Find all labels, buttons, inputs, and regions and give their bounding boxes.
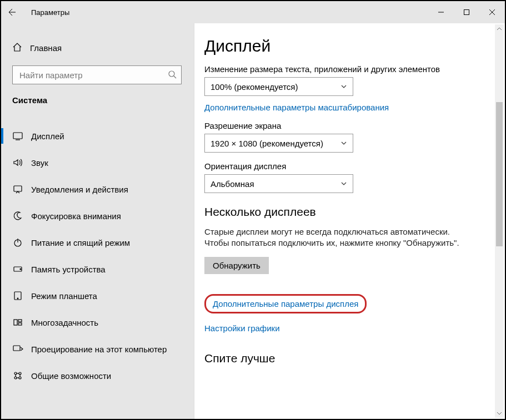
svg-rect-1 <box>464 10 469 15</box>
notifications-icon <box>12 184 23 195</box>
content-pane: Дисплей Изменение размера текста, прилож… <box>194 23 505 419</box>
svg-point-20 <box>19 372 21 375</box>
storage-icon <box>12 264 23 275</box>
graphics-settings-link[interactable]: Настройки графики <box>204 323 280 333</box>
advanced-display-link[interactable]: Дополнительные параметры дисплея <box>204 294 367 313</box>
orientation-label: Ориентация дисплея <box>204 161 505 171</box>
chevron-down-icon <box>340 179 347 189</box>
scroll-down-icon[interactable] <box>495 409 504 418</box>
sidebar-item-focus[interactable]: Фокусировка внимания <box>1 203 194 229</box>
resolution-value: 1920 × 1080 (рекомендуется) <box>211 139 323 148</box>
display-icon <box>12 130 23 141</box>
svg-point-22 <box>19 377 21 379</box>
search-input[interactable] <box>12 65 182 84</box>
svg-point-21 <box>14 377 17 379</box>
multi-displays-help: Старые дисплеи могут не всегда подключат… <box>204 226 460 249</box>
chevron-down-icon <box>340 139 347 148</box>
titlebar: Параметры <box>1 1 505 23</box>
sidebar-item-label: Многозадачность <box>31 318 98 327</box>
svg-point-14 <box>17 298 18 299</box>
search-icon <box>168 70 177 80</box>
sidebar-item-label: Общие возможности <box>31 371 111 381</box>
svg-rect-8 <box>14 186 22 191</box>
resolution-label: Разрешение экрана <box>204 121 505 130</box>
home-label: Главная <box>30 43 62 53</box>
sleep-better-title: Спите лучше <box>204 352 505 365</box>
svg-rect-15 <box>14 320 17 325</box>
chevron-down-icon <box>340 82 347 92</box>
sidebar-item-label: Звук <box>31 158 48 168</box>
sidebar-group-title: Система <box>1 84 194 109</box>
multitask-icon <box>12 317 23 328</box>
sidebar-item-tablet[interactable]: Режим планшета <box>1 282 194 309</box>
svg-point-19 <box>14 372 17 375</box>
sound-icon <box>12 157 23 168</box>
sidebar-item-label: Память устройства <box>31 265 106 274</box>
scale-value: 100% (рекомендуется) <box>211 82 298 92</box>
page-title: Дисплей <box>204 37 505 55</box>
maximize-button[interactable] <box>454 1 479 23</box>
detect-button-label: Обнаружить <box>213 261 260 270</box>
tablet-icon <box>12 290 23 301</box>
sidebar-nav: Дисплей Звук Уведомления и действия <box>1 123 194 389</box>
scale-label: Изменение размера текста, приложений и д… <box>204 64 505 74</box>
sidebar-item-projecting[interactable]: Проецирование на этот компьютер <box>1 336 194 362</box>
resolution-combo[interactable]: 1920 × 1080 (рекомендуется) <box>204 134 353 153</box>
sidebar-item-sound[interactable]: Звук <box>1 149 194 176</box>
scale-combo[interactable]: 100% (рекомендуется) <box>204 77 353 96</box>
svg-line-5 <box>174 76 176 78</box>
orientation-combo[interactable]: Альбомная <box>204 174 353 193</box>
sidebar-item-notifications[interactable]: Уведомления и действия <box>1 176 194 203</box>
svg-point-4 <box>169 71 174 77</box>
detect-button[interactable]: Обнаружить <box>204 257 269 274</box>
sidebar-item-shared[interactable]: Общие возможности <box>1 362 194 389</box>
minimize-button[interactable] <box>428 1 454 23</box>
scroll-up-icon[interactable] <box>495 24 504 33</box>
search-field[interactable] <box>18 70 163 80</box>
sidebar-item-display[interactable]: Дисплей <box>1 123 194 149</box>
sidebar-item-label: Фокусировка внимания <box>31 211 121 221</box>
scrollbar-thumb[interactable] <box>496 102 503 246</box>
shared-icon <box>12 370 23 381</box>
multi-displays-title: Несколько дисплеев <box>204 205 505 219</box>
sidebar: Главная Система Дисплей <box>1 23 194 419</box>
svg-point-12 <box>20 269 21 270</box>
home-button[interactable]: Главная <box>1 36 194 60</box>
sidebar-item-label: Питание и спящий режим <box>31 238 130 247</box>
sidebar-item-power[interactable]: Питание и спящий режим <box>1 229 194 256</box>
sidebar-item-multitask[interactable]: Многозадачность <box>1 309 194 336</box>
sidebar-item-label: Проецирование на этот компьютер <box>31 345 167 354</box>
sidebar-item-label: Режим планшета <box>31 291 97 301</box>
vertical-scrollbar[interactable] <box>495 24 504 418</box>
back-button[interactable] <box>1 1 23 23</box>
svg-rect-6 <box>13 133 22 139</box>
svg-rect-17 <box>18 323 22 325</box>
sidebar-item-storage[interactable]: Память устройства <box>1 256 194 282</box>
advanced-scaling-link[interactable]: Дополнительные параметры масштабирования <box>204 103 389 112</box>
svg-rect-16 <box>18 320 22 322</box>
projecting-icon <box>12 343 23 355</box>
orientation-value: Альбомная <box>211 179 254 189</box>
window-title: Параметры <box>23 8 69 17</box>
focus-icon <box>12 210 23 221</box>
home-icon <box>12 42 22 54</box>
close-button[interactable] <box>479 1 505 23</box>
sidebar-item-label: Уведомления и действия <box>31 185 128 194</box>
power-icon <box>12 237 23 248</box>
sidebar-item-label: Дисплей <box>31 131 64 141</box>
svg-rect-18 <box>13 346 20 351</box>
